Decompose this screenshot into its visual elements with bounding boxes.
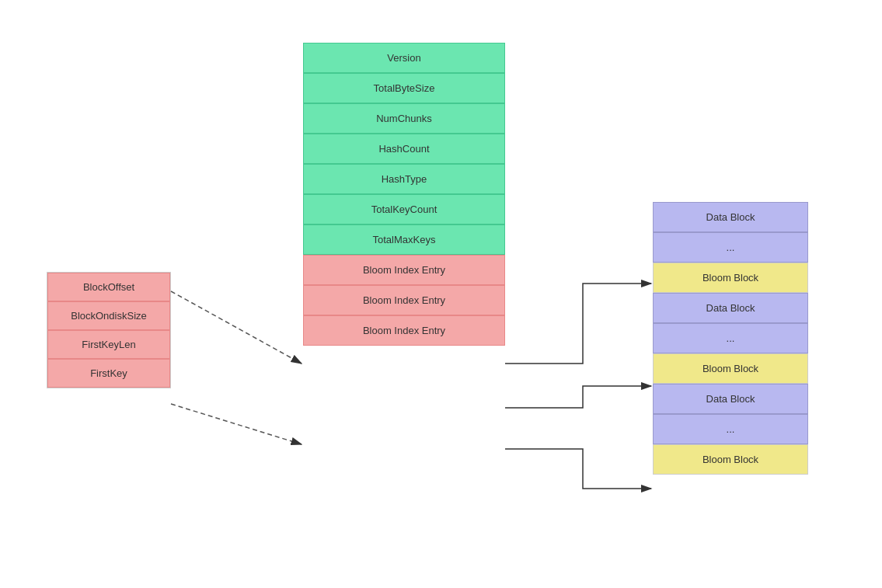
- bloom-block: Bloom Block: [653, 353, 808, 384]
- arrow-entry2-bloom2: [505, 386, 651, 408]
- green-field: HashCount: [303, 134, 505, 164]
- left-entry-box: BlockOffsetBlockOndiskSizeFirstKeyLenFir…: [47, 272, 171, 388]
- bloom-index-entry: Bloom Index Entry: [303, 255, 505, 285]
- green-field: TotalKeyCount: [303, 194, 505, 224]
- bloom-block: Bloom Block: [653, 263, 808, 293]
- arrow-entry1-bloom1: [505, 284, 651, 364]
- left-field: FirstKey: [47, 359, 170, 388]
- bloom-index-entry: Bloom Index Entry: [303, 315, 505, 346]
- green-field: Version: [303, 43, 505, 73]
- green-field: NumChunks: [303, 103, 505, 134]
- left-field: BlockOndiskSize: [47, 301, 170, 330]
- ellipsis-row: ...: [653, 414, 808, 444]
- left-field: FirstKeyLen: [47, 330, 170, 359]
- dashed-arrow-2: [171, 404, 302, 444]
- green-field: HashType: [303, 164, 505, 194]
- left-field: BlockOffset: [47, 273, 170, 301]
- data-block: Data Block: [653, 293, 808, 323]
- green-field: TotalByteSize: [303, 73, 505, 103]
- data-block: Data Block: [653, 384, 808, 414]
- diagram-container: BlockOffsetBlockOndiskSizeFirstKeyLenFir…: [0, 0, 882, 588]
- arrow-entry3-bloom3: [505, 449, 651, 489]
- dashed-arrow-1: [171, 291, 302, 364]
- data-block: Data Block: [653, 202, 808, 232]
- bloom-block: Bloom Block: [653, 444, 808, 475]
- bloom-index-entry: Bloom Index Entry: [303, 285, 505, 315]
- ellipsis-row: ...: [653, 323, 808, 353]
- ellipsis-row: ...: [653, 232, 808, 263]
- green-field: TotalMaxKeys: [303, 224, 505, 255]
- scanned-block-section-box: Data Block...Bloom BlockData Block...Blo…: [653, 202, 808, 475]
- bloom-index-block-box: VersionTotalByteSizeNumChunksHashCountHa…: [303, 43, 505, 346]
